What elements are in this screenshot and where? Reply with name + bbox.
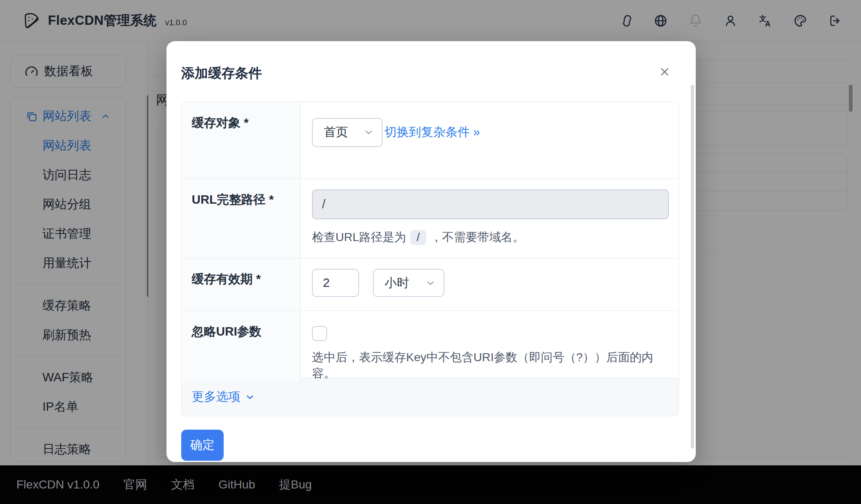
form-row-url-path: URL完整路径 * 检查URL路径是为/，不需要带域名。 bbox=[182, 178, 679, 258]
chevron-down-icon bbox=[363, 127, 374, 138]
required-asterisk: * bbox=[244, 116, 248, 129]
url-path-label: URL完整路径 * bbox=[182, 179, 301, 258]
confirm-button[interactable]: 确定 bbox=[181, 430, 224, 461]
cache-ttl-input[interactable] bbox=[312, 269, 359, 297]
url-path-input bbox=[312, 189, 669, 219]
app-screen: FlexCDN管理系统 v1.0.0 bbox=[0, 0, 861, 504]
code-pill: / bbox=[410, 230, 426, 245]
cache-target-select[interactable]: 首页 bbox=[312, 118, 383, 147]
required-asterisk: * bbox=[256, 272, 261, 286]
cache-condition-form: 缓存对象 * 首页 切换到复杂条件 » URL完整路径 * bbox=[181, 102, 679, 416]
modal-scrollbar-thumb[interactable] bbox=[691, 85, 694, 449]
ignore-uri-checkbox[interactable] bbox=[312, 326, 327, 341]
more-options-row: 更多选项 bbox=[182, 378, 679, 416]
cache-ttl-label: 缓存有效期 * bbox=[182, 258, 301, 310]
cache-target-label: 缓存对象 * bbox=[182, 102, 301, 178]
form-row-cache-ttl: 缓存有效期 * 小时 bbox=[182, 258, 679, 310]
add-cache-condition-modal: 添加缓存条件 缓存对象 * 首页 切换到复 bbox=[166, 41, 696, 462]
form-row-cache-target: 缓存对象 * 首页 切换到复杂条件 » bbox=[182, 102, 679, 178]
form-row-ignore-uri: 忽略URI参数 选中后，表示缓存Key中不包含URI参数（即问号（?））后面的内… bbox=[182, 310, 679, 378]
chevron-down-icon bbox=[425, 278, 436, 289]
more-options-link[interactable]: 更多选项 bbox=[192, 388, 255, 405]
ignore-uri-hint: 选中后，表示缓存Key中不包含URI参数（即问号（?））后面的内容。 bbox=[312, 349, 669, 381]
required-asterisk: * bbox=[269, 193, 274, 206]
switch-to-complex-condition-link[interactable]: 切换到复杂条件 » bbox=[384, 124, 480, 141]
url-path-hint: 检查URL路径是为/，不需要带域名。 bbox=[312, 229, 669, 245]
chevron-down-icon bbox=[245, 392, 255, 402]
ignore-uri-label: 忽略URI参数 bbox=[182, 311, 301, 381]
modal-title: 添加缓存条件 bbox=[181, 65, 679, 81]
close-icon[interactable] bbox=[658, 65, 672, 79]
cache-ttl-unit-select[interactable]: 小时 bbox=[373, 269, 444, 297]
